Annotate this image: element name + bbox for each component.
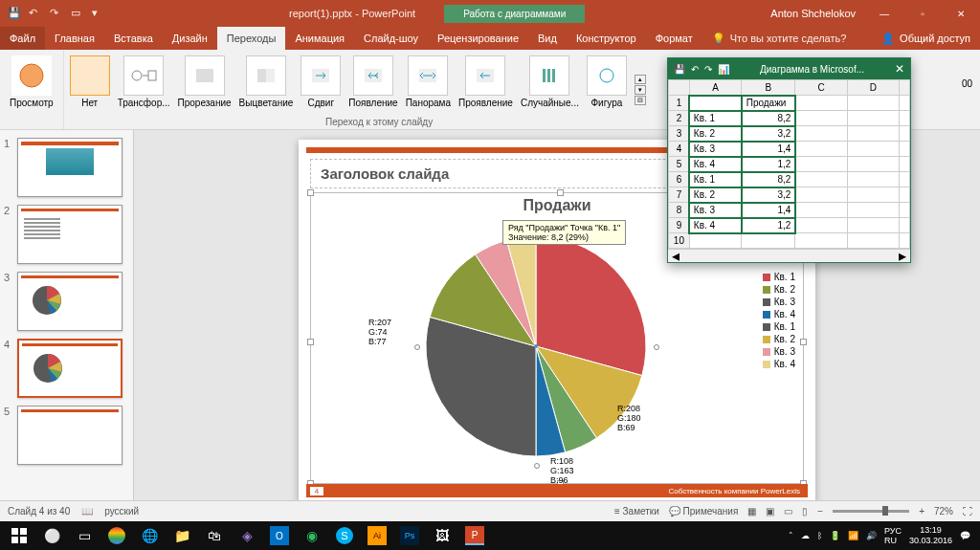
onedrive-icon[interactable]: ☁ bbox=[801, 531, 810, 540]
thumbnail-4[interactable] bbox=[17, 339, 122, 398]
tab-animations[interactable]: Анимация bbox=[285, 27, 354, 50]
thumbnail-2[interactable] bbox=[17, 205, 122, 264]
bluetooth-icon[interactable]: ᛒ bbox=[817, 531, 822, 540]
tab-file[interactable]: Файл bbox=[0, 27, 45, 50]
undo-icon[interactable]: ↶ bbox=[29, 7, 42, 20]
tray-up-icon[interactable]: ˄ bbox=[789, 531, 793, 540]
tab-view[interactable]: Вид bbox=[528, 27, 567, 50]
legend-item[interactable]: Кв. 2 bbox=[763, 284, 795, 295]
preview-button[interactable]: Просмотр bbox=[6, 54, 57, 110]
photoshop-icon[interactable]: Ps bbox=[400, 526, 419, 545]
language-indicator[interactable]: русский bbox=[104, 506, 139, 517]
view-reading-icon[interactable]: ▭ bbox=[784, 506, 792, 517]
gallery-down-icon[interactable]: ▾ bbox=[635, 85, 646, 95]
legend-item[interactable]: Кв. 1 bbox=[763, 272, 795, 282]
legend-item[interactable]: Кв. 1 bbox=[763, 321, 795, 332]
view-sorter-icon[interactable]: ▣ bbox=[766, 506, 774, 517]
restore-button[interactable]: ▫ bbox=[903, 0, 942, 27]
transition-random[interactable]: Случайные... bbox=[517, 54, 583, 125]
volume-icon[interactable]: 🔊 bbox=[866, 531, 877, 540]
thumbnail-3[interactable] bbox=[17, 272, 122, 331]
illustrator-icon[interactable]: Ai bbox=[368, 526, 387, 545]
close-button[interactable]: ✕ bbox=[942, 0, 980, 27]
timing-duration[interactable]: 00 bbox=[962, 78, 972, 89]
transition-push[interactable]: Сдвиг bbox=[297, 54, 345, 125]
explorer-icon[interactable]: 📁 bbox=[167, 522, 197, 549]
transition-appear[interactable]: Появление bbox=[345, 54, 401, 125]
tell-me-search[interactable]: 💡 Что вы хотите сделать? bbox=[712, 33, 847, 45]
search-icon[interactable]: ⚪ bbox=[36, 522, 67, 549]
redo-icon[interactable]: ↷ bbox=[50, 7, 63, 20]
save-icon[interactable]: 💾 bbox=[8, 7, 21, 20]
legend-item[interactable]: Кв. 2 bbox=[763, 334, 795, 344]
wifi-icon[interactable]: 📶 bbox=[848, 531, 858, 540]
tab-designer[interactable]: Конструктор bbox=[567, 27, 646, 50]
tab-review[interactable]: Рецензирование bbox=[428, 27, 528, 50]
tab-home[interactable]: Главная bbox=[45, 27, 104, 50]
edge-icon[interactable]: 🌐 bbox=[134, 522, 165, 549]
transition-reveal[interactable]: Проявление bbox=[455, 54, 517, 125]
comments-button[interactable]: 💬 Примечания bbox=[669, 506, 739, 517]
zoom-slider[interactable] bbox=[833, 510, 909, 513]
excel-scrollbar[interactable]: ◂▸ bbox=[668, 249, 910, 262]
minimize-button[interactable]: — bbox=[865, 0, 903, 27]
spellcheck-icon[interactable]: 📖 bbox=[81, 506, 93, 517]
store-icon[interactable]: 🛍 bbox=[199, 522, 230, 549]
excel-undo-icon[interactable]: ↶ bbox=[691, 64, 699, 75]
lang-indicator[interactable]: РУСRU bbox=[884, 526, 902, 545]
chrome-icon[interactable] bbox=[108, 527, 125, 544]
excel-save-icon[interactable]: 💾 bbox=[674, 64, 685, 75]
tab-format[interactable]: Формат bbox=[646, 27, 702, 50]
transition-cut[interactable]: Прорезание bbox=[174, 54, 235, 125]
battery-icon[interactable]: 🔋 bbox=[830, 531, 840, 540]
excel-redo-icon[interactable]: ↷ bbox=[704, 64, 712, 75]
start-slideshow-icon[interactable]: ▭ bbox=[71, 7, 84, 20]
excel-close-button[interactable]: ✕ bbox=[895, 62, 904, 76]
task-view-icon[interactable]: ▭ bbox=[69, 522, 100, 549]
share-button[interactable]: 👤 Общий доступ bbox=[881, 33, 970, 45]
thumbnail-1[interactable] bbox=[17, 138, 122, 197]
tab-insert[interactable]: Вставка bbox=[104, 27, 163, 50]
excel-data-window[interactable]: 💾 ↶ ↷ 📊 Диаграмма в Microsof... ✕ ABCD1П… bbox=[667, 57, 911, 263]
powerpoint-icon[interactable]: P bbox=[465, 526, 484, 545]
view-slideshow-icon[interactable]: ▯ bbox=[802, 506, 808, 517]
thumbnail-5[interactable] bbox=[17, 406, 122, 465]
excel-title-bar[interactable]: 💾 ↶ ↷ 📊 Диаграмма в Microsof... ✕ bbox=[668, 58, 910, 79]
action-center-icon[interactable]: 💬 bbox=[960, 531, 970, 540]
excel-grid[interactable]: ABCD1Продажи2Кв. 18,23Кв. 23,24Кв. 31,45… bbox=[668, 79, 910, 249]
tab-design[interactable]: Дизайн bbox=[163, 27, 217, 50]
visual-studio-icon[interactable]: ◈ bbox=[232, 522, 262, 549]
chart-legend[interactable]: Кв. 1Кв. 2Кв. 3Кв. 4Кв. 1Кв. 2Кв. 3Кв. 4 bbox=[763, 270, 795, 371]
fit-to-window-icon[interactable]: ⛶ bbox=[963, 506, 972, 517]
skype-icon[interactable]: S bbox=[336, 527, 353, 544]
user-name[interactable]: Anton Shchelokov bbox=[761, 8, 865, 19]
gallery-more-icon[interactable]: ⊟ bbox=[635, 96, 646, 105]
legend-item[interactable]: Кв. 4 bbox=[763, 359, 795, 369]
view-normal-icon[interactable]: ▦ bbox=[747, 506, 756, 517]
legend-item[interactable]: Кв. 3 bbox=[763, 346, 795, 357]
slide-thumbnails-panel[interactable]: 1 2 3 4 5 bbox=[0, 130, 134, 500]
notes-button[interactable]: ≡ Заметки bbox=[614, 506, 659, 517]
zoom-in-icon[interactable]: + bbox=[919, 506, 924, 517]
transition-none[interactable]: Нет bbox=[66, 54, 114, 125]
tab-transitions[interactable]: Переходы bbox=[217, 27, 286, 50]
outlook-icon[interactable]: O bbox=[270, 526, 289, 545]
zoom-percent[interactable]: 72% bbox=[934, 506, 953, 517]
gallery-up-icon[interactable]: ▴ bbox=[635, 75, 646, 84]
qat-more-icon[interactable]: ▾ bbox=[92, 7, 105, 20]
windows-taskbar[interactable]: ⚪ ▭ 🌐 📁 🛍 ◈ O ◉ S Ai Ps 🖼 P ˄ ☁ ᛒ 🔋 📶 🔊 … bbox=[0, 521, 980, 550]
clock[interactable]: 13:1930.03.2016 bbox=[909, 525, 952, 546]
evernote-icon[interactable]: ◉ bbox=[297, 522, 327, 549]
slide-counter[interactable]: Слайд 4 из 40 bbox=[8, 506, 70, 517]
zoom-out-icon[interactable]: − bbox=[817, 506, 823, 517]
tab-slideshow[interactable]: Слайд-шоу bbox=[354, 27, 428, 50]
legend-item[interactable]: Кв. 3 bbox=[763, 297, 795, 307]
photos-icon[interactable]: 🖼 bbox=[427, 522, 457, 549]
start-button[interactable] bbox=[4, 522, 34, 549]
legend-item[interactable]: Кв. 4 bbox=[763, 309, 795, 319]
transition-shape[interactable]: Фигура bbox=[583, 54, 631, 125]
transition-fade[interactable]: Выцветание bbox=[235, 54, 298, 125]
system-tray[interactable]: ˄ ☁ ᛒ 🔋 📶 🔊 РУСRU 13:1930.03.2016 💬 bbox=[789, 525, 976, 546]
transition-panorama[interactable]: Панорама bbox=[402, 54, 455, 125]
transition-transform[interactable]: Трансфор... bbox=[114, 54, 174, 125]
